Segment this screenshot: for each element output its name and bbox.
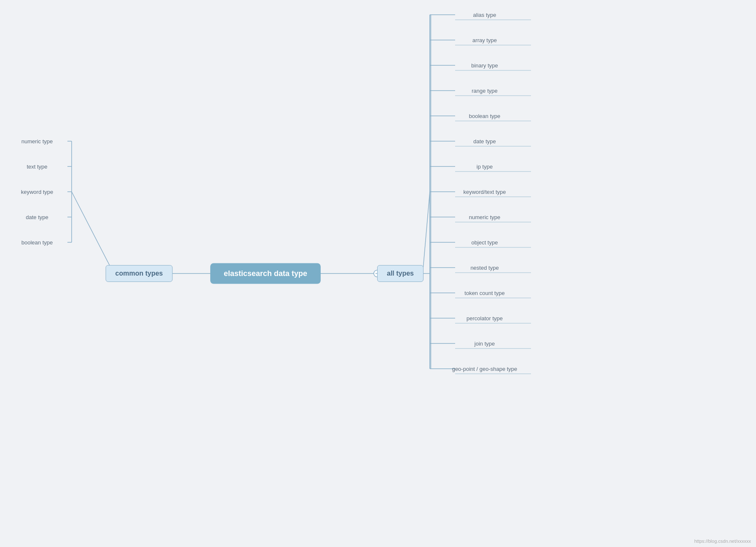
svg-line-47 — [423, 192, 430, 274]
all-types-node: all types — [377, 265, 424, 282]
watermark: https://blog.csdn.net/xxxxxx — [694, 539, 751, 544]
center-label: elasticsearch data type — [210, 263, 321, 284]
all-child-object: object type — [472, 239, 498, 246]
all-child-date: date type — [473, 138, 496, 145]
all-child-alias: alias type — [473, 12, 496, 18]
all-child-geo: geo-point / geo-shape type — [452, 366, 517, 372]
common-child-boolean: boolean type — [21, 239, 53, 246]
all-child-join: join type — [475, 341, 495, 347]
common-child-text: text type — [27, 164, 47, 170]
common-child-date: date type — [26, 214, 48, 220]
all-child-ip: ip type — [477, 164, 493, 170]
all-child-binary: binary type — [471, 62, 498, 69]
common-types-label: common types — [106, 265, 173, 282]
all-child-array: array type — [472, 37, 497, 43]
common-child-numeric: numeric type — [21, 138, 53, 145]
common-types-node: common types — [106, 265, 173, 282]
all-types-label: all types — [377, 265, 424, 282]
all-child-boolean: boolean type — [469, 113, 500, 119]
all-child-percolator: percolator type — [466, 315, 503, 322]
all-child-token-count: token count type — [464, 290, 504, 296]
svg-line-12 — [72, 192, 114, 274]
center-node: elasticsearch data type — [210, 263, 321, 284]
all-child-keyword-text: keyword/text type — [463, 189, 506, 195]
common-child-keyword: keyword type — [21, 189, 54, 195]
all-child-range: range type — [472, 88, 497, 94]
all-child-nested: nested type — [470, 265, 499, 271]
all-child-numeric: numeric type — [469, 214, 500, 220]
